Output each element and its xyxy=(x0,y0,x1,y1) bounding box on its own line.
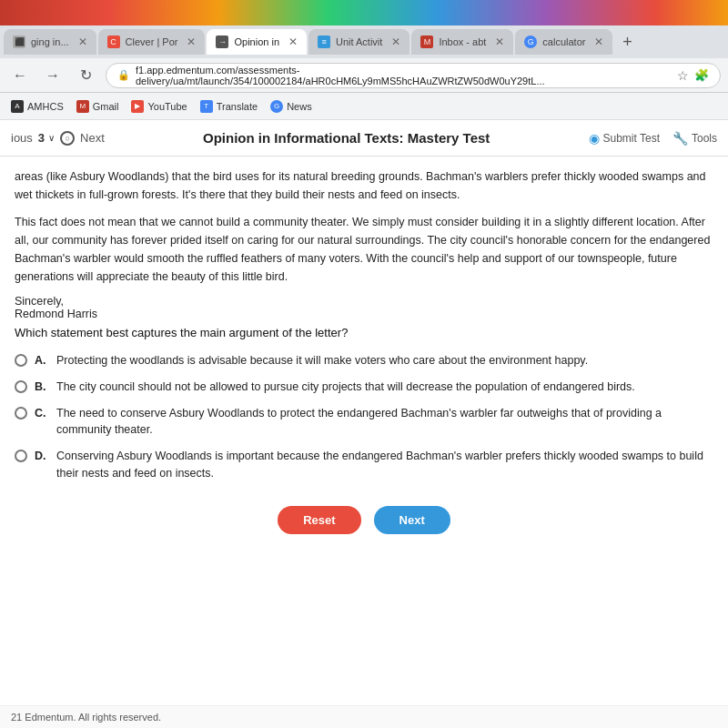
tab2-close[interactable]: ✕ xyxy=(187,35,196,48)
forward-button[interactable]: → xyxy=(40,63,66,88)
bookmark-star-icon[interactable]: ☆ xyxy=(677,68,689,83)
tab6-close[interactable]: ✕ xyxy=(594,35,603,48)
bookmark-news[interactable]: G News xyxy=(270,100,312,113)
tab-1[interactable]: ⬛ ging in... ✕ xyxy=(4,29,96,55)
url-text: f1.app.edmentum.com/assessments-delivery… xyxy=(136,65,672,86)
toolbar-right: ◉ Submit Test 🔧 Tools xyxy=(589,131,718,146)
action-buttons-row: Reset Next xyxy=(15,499,713,541)
tab-2[interactable]: C Clever | Por ✕ xyxy=(98,29,206,55)
option-d-label: D. xyxy=(35,448,49,465)
option-b-label: B. xyxy=(35,379,49,396)
gmail-favicon: M xyxy=(76,100,89,113)
tab4-label: Unit Activit xyxy=(336,36,382,47)
option-b[interactable]: B. The city council should not be allowe… xyxy=(15,379,713,396)
option-a-label: A. xyxy=(35,352,49,369)
content-area: areas (like Asbury Woodlands) that the b… xyxy=(0,157,728,728)
tab2-label: Clever | Por xyxy=(126,36,178,47)
option-a-radio[interactable] xyxy=(15,354,27,367)
submit-test-label: Submit Test xyxy=(603,132,660,145)
tab3-close[interactable]: ✕ xyxy=(288,35,298,48)
option-c-text: The need to conserve Asbury Woodlands to… xyxy=(56,405,713,440)
reset-button[interactable]: Reset xyxy=(278,506,360,534)
youtube-favicon: ▶ xyxy=(131,100,144,113)
bookmark-gmail-label: Gmail xyxy=(93,101,119,112)
next-button[interactable]: Next xyxy=(374,506,450,534)
top-banner xyxy=(0,0,728,25)
translate-favicon: T xyxy=(200,100,213,113)
option-a-text: Protecting the woodlands is advisable be… xyxy=(56,352,588,369)
tab6-favicon: G xyxy=(524,35,537,48)
next-circle-icon[interactable]: ○ xyxy=(60,131,75,146)
tools-label: Tools xyxy=(692,132,717,145)
tab-4[interactable]: ≡ Unit Activit ✕ xyxy=(308,29,410,55)
passage-paragraph1: areas (like Asbury Woodlands) that the b… xyxy=(15,167,713,204)
page-title: Opinion in Informational Texts: Mastery … xyxy=(116,130,578,146)
url-bar[interactable]: 🔒 f1.app.edmentum.com/assessments-delive… xyxy=(106,63,721,88)
sincerely-text: Sincerely, xyxy=(15,295,713,308)
option-c-radio[interactable] xyxy=(15,407,27,420)
bookmark-translate-label: Translate xyxy=(217,101,258,112)
toolbar-nav: ious 3 ∨ ○ Next xyxy=(11,131,105,146)
bookmark-news-label: News xyxy=(287,101,312,112)
back-button[interactable]: ← xyxy=(7,63,33,88)
bookmark-translate[interactable]: T Translate xyxy=(200,100,258,113)
page-content: areas (like Asbury Woodlands) that the b… xyxy=(0,157,728,705)
address-bar: ← → ↻ 🔒 f1.app.edmentum.com/assessments-… xyxy=(0,58,728,93)
tab4-close[interactable]: ✕ xyxy=(391,35,400,48)
author-name: Redmond Harris xyxy=(15,308,713,320)
question-number: 3 xyxy=(38,131,45,145)
bookmark-gmail[interactable]: M Gmail xyxy=(76,100,119,113)
tab-5[interactable]: M Inbox - abt ✕ xyxy=(411,29,513,55)
question-text: Which statement best captures the main a… xyxy=(15,326,713,339)
tab-6[interactable]: G calculator ✕ xyxy=(515,29,612,55)
tab5-label: Inbox - abt xyxy=(439,36,486,47)
option-c[interactable]: C. The need to conserve Asbury Woodlands… xyxy=(15,405,713,440)
tools-icon: 🔧 xyxy=(672,131,688,146)
new-tab-button[interactable]: + xyxy=(614,29,640,55)
previous-label[interactable]: ious xyxy=(11,131,33,145)
passage-paragraph2: This fact does not mean that we cannot b… xyxy=(15,213,713,286)
option-d[interactable]: D. Conserving Asbury Woodlands is import… xyxy=(15,448,713,482)
option-d-radio[interactable] xyxy=(15,450,27,462)
bookmark-youtube-label: YouTube xyxy=(147,101,187,112)
chevron-down-icon[interactable]: ∨ xyxy=(48,133,55,143)
lock-icon: 🔒 xyxy=(117,69,130,81)
footer: 21 Edmentum. All rights reserved. xyxy=(0,705,728,728)
option-d-text: Conserving Asbury Woodlands is important… xyxy=(56,448,713,482)
tab6-label: calculator xyxy=(542,36,585,47)
sincerely-block: Sincerely, Redmond Harris xyxy=(15,295,713,320)
tab5-favicon: M xyxy=(420,35,433,48)
submit-test-button[interactable]: ◉ Submit Test xyxy=(589,131,660,146)
tab3-favicon: → xyxy=(216,35,228,48)
browser-window: ⬛ ging in... ✕ C Clever | Por ✕ → Opinio… xyxy=(0,0,728,728)
tab5-close[interactable]: ✕ xyxy=(495,35,504,48)
news-favicon: G xyxy=(270,100,283,113)
reload-button[interactable]: ↻ xyxy=(73,63,98,88)
tab-3[interactable]: → Opinion in ✕ xyxy=(207,29,307,55)
bookmark-youtube[interactable]: ▶ YouTube xyxy=(131,100,187,113)
tab4-favicon: ≡ xyxy=(318,35,330,48)
bookmark-amhcs[interactable]: A AMHCS xyxy=(11,100,64,113)
tools-button[interactable]: 🔧 Tools xyxy=(672,131,717,146)
tab2-favicon: C xyxy=(107,35,120,48)
tab-bar: ⬛ ging in... ✕ C Clever | Por ✕ → Opinio… xyxy=(0,25,728,58)
option-c-label: C. xyxy=(35,405,49,422)
question-number-group: 3 ∨ xyxy=(38,131,55,145)
tab1-close[interactable]: ✕ xyxy=(78,35,87,48)
next-label[interactable]: Next xyxy=(80,131,105,145)
bookmarks-bar: A AMHCS M Gmail ▶ YouTube T Translate G … xyxy=(0,93,728,120)
options-list: A. Protecting the woodlands is advisable… xyxy=(15,352,713,482)
amhcs-favicon: A xyxy=(11,100,24,113)
option-b-radio[interactable] xyxy=(15,380,27,393)
bookmark-amhcs-label: AMHCS xyxy=(27,101,64,112)
option-a[interactable]: A. Protecting the woodlands is advisable… xyxy=(15,352,713,369)
tab1-favicon: ⬛ xyxy=(13,35,25,48)
app-toolbar: ious 3 ∨ ○ Next Opinion in Informational… xyxy=(0,120,728,157)
option-b-text: The city council should not be allowed t… xyxy=(56,379,635,396)
extensions-icon[interactable]: 🧩 xyxy=(694,68,709,82)
tab3-label: Opinion in xyxy=(234,36,279,47)
tab1-label: ging in... xyxy=(31,36,69,47)
submit-circle-icon: ◉ xyxy=(589,131,600,146)
